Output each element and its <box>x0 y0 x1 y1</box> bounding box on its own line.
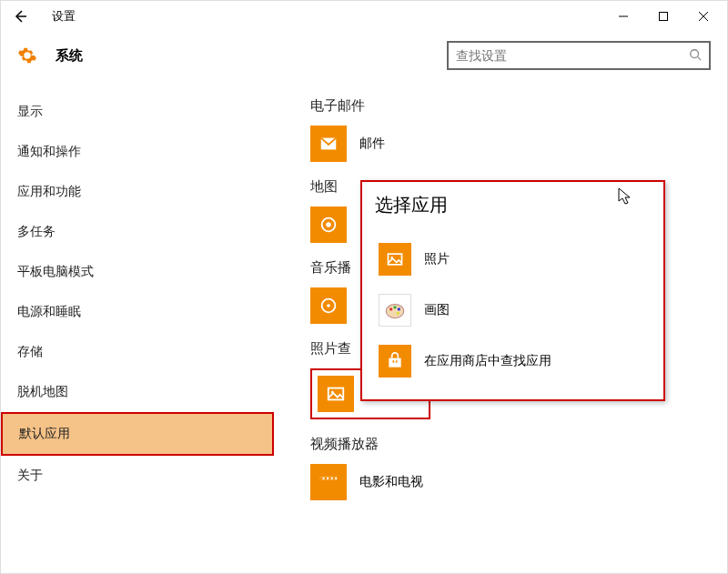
svg-rect-7 <box>329 388 344 400</box>
svg-point-18 <box>393 306 396 308</box>
window-controls <box>603 3 723 30</box>
popup-item-photos[interactable]: 照片 <box>375 234 651 285</box>
header-label: 系统 <box>56 47 83 65</box>
svg-rect-22 <box>393 360 395 363</box>
search-input[interactable] <box>456 48 689 63</box>
sidebar-item-notifications[interactable]: 通知和操作 <box>1 132 274 172</box>
svg-rect-0 <box>660 13 668 21</box>
popup-item-label: 画图 <box>424 302 450 318</box>
svg-rect-23 <box>396 360 398 363</box>
sidebar: 显示 通知和操作 应用和功能 多任务 平板电脑模式 电源和睡眠 存储 脱机地图 … <box>1 88 274 569</box>
sidebar-item-about[interactable]: 关于 <box>1 456 274 496</box>
store-icon <box>379 345 411 378</box>
svg-rect-11 <box>324 478 327 480</box>
sidebar-item-display[interactable]: 显示 <box>1 92 274 132</box>
popup-item-label: 在应用商店中查找应用 <box>424 353 551 369</box>
search-icon <box>689 48 702 64</box>
section-video-head: 视频播放器 <box>310 436 727 453</box>
svg-point-20 <box>397 312 399 315</box>
section-email-head: 电子邮件 <box>310 97 727 115</box>
app-label: 邮件 <box>359 136 385 152</box>
close-button[interactable] <box>683 3 723 30</box>
default-video-app[interactable]: 电影和电视 <box>310 464 727 500</box>
gear-icon <box>17 45 37 65</box>
video-icon <box>310 464 347 500</box>
sidebar-item-apps-features[interactable]: 应用和功能 <box>1 172 274 212</box>
maps-icon <box>310 206 347 243</box>
sidebar-item-power-sleep[interactable]: 电源和睡眠 <box>1 292 274 332</box>
svg-rect-10 <box>320 478 323 480</box>
sidebar-item-tablet-mode[interactable]: 平板电脑模式 <box>1 252 274 292</box>
svg-point-1 <box>691 49 699 57</box>
svg-rect-13 <box>333 478 336 480</box>
sidebar-item-multitask[interactable]: 多任务 <box>1 212 274 252</box>
sidebar-item-storage[interactable]: 存储 <box>1 332 274 372</box>
photos-icon <box>318 376 354 412</box>
svg-rect-12 <box>329 478 331 480</box>
back-button[interactable] <box>5 1 35 32</box>
maximize-icon <box>658 11 669 22</box>
sidebar-item-default-apps[interactable]: 默认应用 <box>1 412 274 456</box>
close-icon <box>698 11 709 22</box>
svg-rect-14 <box>389 254 402 265</box>
mail-icon <box>310 126 347 162</box>
popup-item-label: 照片 <box>424 251 450 267</box>
search-box[interactable] <box>447 41 711 70</box>
popup-item-paint[interactable]: 画图 <box>375 285 651 336</box>
svg-point-4 <box>326 222 331 227</box>
photos-icon <box>379 243 411 276</box>
popup-item-store[interactable]: 在应用商店中查找应用 <box>375 336 651 387</box>
paint-icon <box>379 294 411 327</box>
popup-title: 选择应用 <box>375 193 651 217</box>
arrow-left-icon <box>13 9 27 24</box>
svg-point-6 <box>327 304 330 307</box>
music-icon <box>310 287 347 324</box>
svg-rect-21 <box>389 358 400 368</box>
titlebar: 设置 <box>1 1 727 32</box>
default-email-app[interactable]: 邮件 <box>310 126 727 162</box>
choose-app-popup: 选择应用 照片 画图 在应用商店中查找应用 <box>360 180 665 401</box>
window-title: 设置 <box>35 8 76 25</box>
svg-point-17 <box>389 307 392 310</box>
svg-point-19 <box>398 307 400 310</box>
maximize-button[interactable] <box>643 3 683 30</box>
header: 系统 <box>1 32 727 88</box>
app-label: 电影和电视 <box>359 474 423 490</box>
minimize-icon <box>618 11 629 22</box>
minimize-button[interactable] <box>603 3 643 30</box>
sidebar-item-offline-maps[interactable]: 脱机地图 <box>1 372 274 412</box>
